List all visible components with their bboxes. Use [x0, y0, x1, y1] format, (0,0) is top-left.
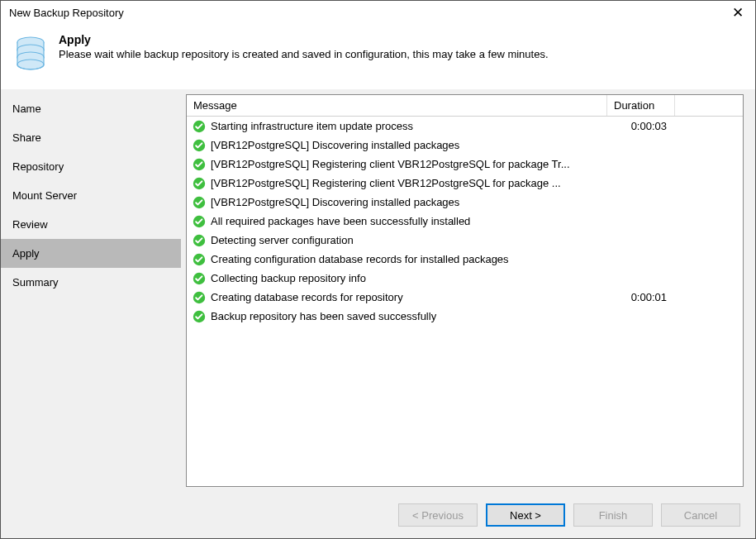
message-cell: Creating configuration database records …	[193, 253, 607, 266]
success-icon	[193, 272, 206, 285]
repository-icon	[14, 33, 47, 74]
success-icon	[193, 215, 206, 228]
message-text: [VBR12PostgreSQL] Discovering installed …	[211, 139, 459, 151]
message-text: Creating configuration database records …	[211, 253, 509, 265]
message-cell: [VBR12PostgreSQL] Discovering installed …	[193, 139, 607, 152]
table-row[interactable]: Backup repository has been saved success…	[187, 307, 743, 326]
message-cell: All required packages have been successf…	[193, 215, 607, 228]
table-row[interactable]: Collecting backup repository info	[187, 269, 743, 288]
column-message[interactable]: Message	[187, 95, 607, 116]
grid-body[interactable]: Starting infrastructure item update proc…	[187, 117, 743, 486]
success-icon	[193, 158, 206, 171]
message-text: [VBR12PostgreSQL] Registering client VBR…	[211, 177, 561, 189]
success-icon	[193, 139, 206, 152]
message-text: Starting infrastructure item update proc…	[211, 120, 413, 132]
wizard-body: Name Share Repository Mount Server Revie…	[1, 89, 755, 492]
page-subtext: Please wait while backup repository is c…	[59, 48, 549, 60]
table-row[interactable]: [VBR12PostgreSQL] Discovering installed …	[187, 193, 743, 212]
close-icon[interactable]: ✕	[729, 6, 747, 20]
header-text: Apply Please wait while backup repositor…	[59, 33, 549, 60]
column-duration[interactable]: Duration	[607, 95, 675, 116]
sidebar-step-share[interactable]: Share	[1, 123, 181, 152]
message-cell: [VBR12PostgreSQL] Registering client VBR…	[193, 158, 607, 171]
success-icon	[193, 177, 206, 190]
message-text: Collecting backup repository info	[211, 272, 366, 284]
finish-button[interactable]: Finish	[573, 503, 653, 527]
sidebar-step-summary[interactable]: Summary	[1, 268, 181, 297]
table-row[interactable]: Starting infrastructure item update proc…	[187, 117, 743, 136]
success-icon	[193, 291, 206, 304]
table-row[interactable]: [VBR12PostgreSQL] Registering client VBR…	[187, 155, 743, 174]
table-row[interactable]: Detecting server configuration	[187, 231, 743, 250]
wizard-header: Apply Please wait while backup repositor…	[1, 25, 755, 89]
message-cell: [VBR12PostgreSQL] Discovering installed …	[193, 196, 607, 209]
success-icon	[193, 234, 206, 247]
table-row[interactable]: [VBR12PostgreSQL] Discovering installed …	[187, 136, 743, 155]
sidebar-step-mount-server[interactable]: Mount Server	[1, 181, 181, 210]
success-icon	[193, 120, 206, 133]
duration-cell: 0:00:03	[607, 120, 675, 132]
message-text: Creating database records for repository	[211, 291, 403, 303]
page-heading: Apply	[59, 33, 549, 46]
message-cell: Creating database records for repository	[193, 291, 607, 304]
next-button[interactable]: Next >	[486, 503, 565, 527]
success-icon	[193, 196, 206, 209]
sidebar-step-name[interactable]: Name	[1, 94, 181, 123]
titlebar: New Backup Repository ✕	[1, 1, 755, 25]
wizard-sidebar: Name Share Repository Mount Server Revie…	[1, 89, 181, 492]
message-text: [VBR12PostgreSQL] Registering client VBR…	[211, 158, 570, 170]
message-text: All required packages have been successf…	[211, 215, 470, 227]
table-row[interactable]: [VBR12PostgreSQL] Registering client VBR…	[187, 174, 743, 193]
duration-cell: 0:00:01	[607, 291, 675, 303]
success-icon	[193, 253, 206, 266]
message-cell: Backup repository has been saved success…	[193, 310, 607, 323]
progress-grid: Message Duration Starting infrastructure…	[186, 94, 744, 487]
table-row[interactable]: All required packages have been successf…	[187, 212, 743, 231]
wizard-window: New Backup Repository ✕ Apply Please wai…	[0, 0, 756, 539]
wizard-footer: < Previous Next > Finish Cancel	[1, 492, 755, 538]
sidebar-step-review[interactable]: Review	[1, 210, 181, 239]
previous-button[interactable]: < Previous	[398, 503, 478, 527]
sidebar-step-repository[interactable]: Repository	[1, 152, 181, 181]
message-cell: Starting infrastructure item update proc…	[193, 120, 607, 133]
window-title: New Backup Repository	[9, 7, 124, 19]
message-text: Backup repository has been saved success…	[211, 310, 436, 322]
message-cell: [VBR12PostgreSQL] Registering client VBR…	[193, 177, 607, 190]
message-cell: Detecting server configuration	[193, 234, 607, 247]
column-spacer	[675, 95, 743, 116]
cancel-button[interactable]: Cancel	[661, 503, 740, 527]
grid-header: Message Duration	[187, 95, 743, 117]
sidebar-step-apply[interactable]: Apply	[1, 239, 181, 268]
message-cell: Collecting backup repository info	[193, 272, 607, 285]
table-row[interactable]: Creating configuration database records …	[187, 250, 743, 269]
table-row[interactable]: Creating database records for repository…	[187, 288, 743, 307]
success-icon	[193, 310, 206, 323]
message-text: [VBR12PostgreSQL] Discovering installed …	[211, 196, 459, 208]
wizard-main: Message Duration Starting infrastructure…	[181, 89, 755, 492]
message-text: Detecting server configuration	[211, 234, 354, 246]
